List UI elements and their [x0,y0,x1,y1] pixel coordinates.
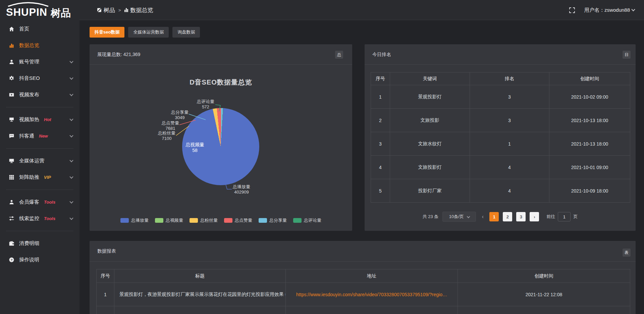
breadcrumb-home-label: 树品 [104,6,115,14]
sidebar-item-data-overview[interactable]: 数据总览 [0,37,79,54]
daily-view-button[interactable]: 日 [623,51,631,59]
table-row: 4 文旅投影灯 4 2021-10-01 09:00 [371,156,630,179]
breadcrumb-home[interactable]: 树品 [97,6,115,14]
pie-label-shares: 总分享量3049 [165,110,195,120]
ranking-panel-title: 今日排名 [372,52,391,58]
legend-item-comments[interactable]: 总评论量 [293,217,321,223]
video-url-cell: https://www.iesdouyin.com/share/video/70… [286,283,458,306]
prev-page-button[interactable]: ‹ [480,213,485,220]
chevron-down-icon [69,92,73,96]
table-header-row: 序号 关键词 排名 创建时间 [371,72,630,85]
svg-text:?: ? [10,258,12,262]
chevron-down-icon [69,59,73,63]
menu-divider [6,107,73,107]
bar-chart-icon [8,43,14,49]
sidebar-item-account[interactable]: 账号管理 [0,54,79,70]
table-row: 5 投影灯厂家 4 2021-10-09 18:00 [371,179,630,203]
sidebar-item-douyin-seo[interactable]: 抖音SEO [0,70,79,87]
legend-swatch [293,218,302,223]
ranking-table: 序号 关键词 排名 创建时间 1 景观投影灯 3 2021-10-02 09:0… [371,72,630,203]
goto-page: 前往 页 [546,212,578,221]
pie-label-fans: 总粉丝量7100 [152,130,182,141]
sidebar-item-video-publish[interactable]: 视频发布 [0,87,79,103]
top-bar-right: 用户名：zswodun88 [569,0,635,20]
member-icon [8,199,14,205]
table-view-button[interactable]: 表 [623,249,631,257]
chevron-down-icon [69,175,73,178]
video-title-cell: 景观投影灯，夜游景观投影灯厂家展示展示落花灯在花园里的灯光投影应用效果 # [114,283,286,306]
sidebar-item-label: 矩阵助推 [19,174,39,180]
legend-item-shares[interactable]: 总分享量 [259,217,287,223]
menu-divider [6,231,73,231]
chat-icon [8,133,14,139]
data-report-panel: 数据报表 表 序号 标题 地址 创建时间 1 景观投影灯，夜游景观投影灯 [90,241,636,314]
user-menu[interactable]: 用户名：zswodun88 [584,7,635,13]
hot-badge: Hot [44,117,51,122]
ranking-panel-header: 今日排名 日 [365,44,636,65]
total-view-button[interactable]: 总 [335,51,343,59]
pie-label-comments: 总评论量572 [191,99,221,110]
sidebar-item-lead-monitor[interactable]: 线索监控 Tools [0,210,79,227]
sidebar-item-omnimedia[interactable]: 全媒体运营 [0,153,79,169]
tab-douyin-seo[interactable]: 抖音seo数据 [90,27,124,38]
report-panel-header: 数据报表 表 [90,241,636,262]
vip-badge: VIP [44,175,51,180]
tab-omnimedia[interactable]: 全媒体运营数据 [128,27,169,38]
legend-swatch [120,218,129,223]
chevron-down-icon [69,200,73,203]
main-content: 抖音seo数据 全媒体运营数据 询盘数据 展现量总数: 421,369 总 D音… [79,20,644,314]
sidebar-item-label: 线索监控 [19,215,39,222]
sidebar: SHUPIN 树品 首页 数据总览 账号管理 [0,0,79,314]
sliders-icon [8,216,14,222]
page-button-2[interactable]: 2 [503,212,512,221]
col-keyword: 关键词 [390,72,470,85]
pagination: 共 23 条 10条/页 ‹ 1 2 3 › 前往 页 [365,212,636,222]
legend-item-fans[interactable]: 总粉丝量 [190,217,218,223]
tab-inquiry[interactable]: 询盘数据 [172,27,200,38]
sidebar-menu: 首页 数据总览 账号管理 抖音SEO [0,21,79,268]
table-row [97,306,630,314]
sidebar-item-matrix-boost[interactable]: 矩阵助推 VIP [0,169,79,186]
breadcrumb-separator: > [118,8,121,13]
sidebar-item-member-blast[interactable]: 会员爆客 Tools [0,194,79,210]
col-index: 序号 [97,269,114,283]
video-link[interactable]: https://www.iesdouyin.com/share/video/70… [296,292,447,297]
data-tabs: 抖音seo数据 全媒体运营数据 询盘数据 [90,27,200,38]
chevron-down-icon [69,158,73,162]
menu-divider [6,148,73,149]
sidebar-item-doutong[interactable]: 抖客通 New [0,128,79,144]
legend-item-plays[interactable]: 总播放量 [120,217,149,223]
legend-item-likes[interactable]: 总点赞量 [224,217,252,223]
sidebar-item-video-heat[interactable]: 视频加热 Hot [0,111,79,128]
goto-page-input[interactable] [558,212,571,221]
col-rank: 排名 [470,72,549,85]
page-size-select[interactable]: 10条/页 [442,212,476,222]
top-bar: 树品 > 数据总览 用户名：zswodun88 [0,0,644,20]
sidebar-item-consumption[interactable]: 消费明细 [0,235,79,252]
video-publish-icon [8,92,14,98]
today-ranking-panel: 今日排名 日 序号 关键词 排名 创建时间 1 景观投影灯 [365,44,636,231]
total-impressions: 展现量总数: 421,369 [97,52,140,58]
logo-text-en: SHUPIN [6,6,47,18]
table-row: 1 景观投影灯 3 2021-10-02 09:00 [371,85,630,109]
legend-item-videos[interactable]: 总视频量 [155,217,183,223]
chart-title: D音SEO数据量总览 [90,78,352,87]
sidebar-item-home[interactable]: 首页 [0,21,79,37]
app-logo[interactable]: SHUPIN 树品 [6,2,78,19]
page-button-3[interactable]: 3 [516,212,526,221]
sidebar-item-label: 抖音SEO [19,75,40,82]
dashboard-page: 树品 > 数据总览 用户名：zswodun88 SHUPIN 树品 [0,0,644,314]
sidebar-item-label: 操作说明 [19,257,39,263]
fullscreen-icon[interactable] [569,7,575,13]
sidebar-item-instructions[interactable]: ? 操作说明 [0,252,79,268]
new-badge: New [39,134,48,139]
username: 用户名：zswodun88 [584,7,630,13]
breadcrumb-current[interactable]: 数据总览 [124,6,153,14]
pie-label-likes: 总点赞量7681 [155,120,185,131]
sidebar-item-label: 视频发布 [19,92,39,98]
sidebar-item-label: 账号管理 [19,59,39,65]
chart-panel-header: 展现量总数: 421,369 总 [90,44,352,65]
wallet-icon [8,241,14,247]
page-button-1[interactable]: 1 [489,212,499,221]
next-page-button[interactable]: › [530,212,539,221]
